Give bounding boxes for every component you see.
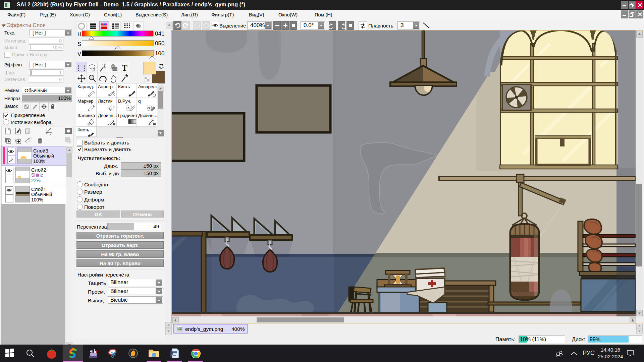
svg-text:S: S — [127, 107, 129, 110]
svg-text:S: S — [148, 107, 150, 110]
